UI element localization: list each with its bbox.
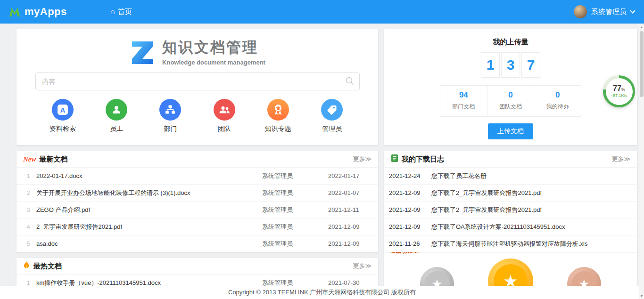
- main-content: 知识文档管理 Knowledge document management A 资…: [0, 24, 644, 299]
- doc-title: 2022-01-17.docx: [36, 172, 262, 179]
- stat-value: 0: [487, 90, 534, 100]
- doc-date: 2021-12-09: [328, 240, 372, 247]
- knowledge-topic-icon: [267, 99, 289, 121]
- home-icon: ⌂: [110, 8, 115, 16]
- row-number: 1: [20, 279, 36, 286]
- search-icon[interactable]: [345, 76, 355, 88]
- table-row[interactable]: 2 关于开展开业办公场地智能化装修工程的请示 (3)(1).docx 系统管理员…: [17, 184, 378, 201]
- upload-count-digits: 1 3 7: [384, 52, 637, 78]
- brand-logo[interactable]: myApps: [8, 6, 93, 18]
- doc-date: 2021-12-11: [328, 206, 372, 213]
- brand-name: myApps: [25, 6, 67, 18]
- myapps-m-icon: [8, 7, 21, 17]
- hot-docs-title: 最热文档: [33, 262, 62, 271]
- shortcut-doc-search[interactable]: A 资料检索: [44, 99, 82, 133]
- log-date: 2021-12-09: [389, 189, 431, 196]
- doc-author: 系统管理员: [262, 240, 328, 248]
- scrollbar-down-arrow[interactable]: ▼: [639, 292, 644, 299]
- username: 系统管理员: [591, 8, 627, 16]
- latest-docs-more-link[interactable]: 更多≫: [353, 155, 372, 163]
- shortcut-label: 资料检索: [44, 125, 82, 133]
- stat-label: 团队文档: [487, 103, 534, 111]
- row-number: 3: [20, 206, 36, 213]
- app-logo-z-icon: [129, 39, 156, 65]
- row-number: 1: [20, 172, 36, 179]
- left-column: 知识文档管理 Knowledge document management A 资…: [17, 29, 378, 295]
- vertical-scrollbar[interactable]: ▲ ▼: [639, 24, 644, 299]
- hero-header: 知识文档管理 Knowledge document management: [17, 29, 378, 66]
- latest-docs-card: New 最新文档 更多≫ 1 2022-01-17.docx 系统管理员 202…: [17, 151, 378, 252]
- hero-titles: 知识文档管理 Knowledge document management: [162, 38, 265, 66]
- download-log-header: 我的下载日志 更多≫: [384, 151, 637, 167]
- department-icon: [159, 99, 181, 121]
- log-text: 您下载了2_元宇宙发展研究报告2021.pdf: [431, 189, 630, 197]
- shortcut-employee[interactable]: 员工: [98, 99, 135, 133]
- table-row[interactable]: 5 asa.doc 系统管理员 2021-12-09: [17, 235, 378, 252]
- doc-date: 2021-07-30: [328, 279, 372, 286]
- progress-ring-inner: 77% ↑87.1K/s: [606, 78, 633, 105]
- shortcut-label: 员工: [98, 125, 135, 133]
- doc-date: 2022-01-17: [328, 172, 372, 179]
- shortcut-label: 团队: [206, 125, 243, 133]
- scrollbar-thumb[interactable]: [640, 31, 644, 97]
- team-icon: [214, 99, 235, 121]
- stat-team-docs[interactable]: 0 团队文档: [487, 86, 534, 116]
- latest-docs-header: New 最新文档 更多≫: [17, 151, 378, 167]
- log-text: 您下载了员工花名册: [431, 172, 630, 180]
- shortcut-row: A 资料检索 员工: [17, 90, 378, 133]
- shortcut-label: 管理员: [313, 125, 351, 133]
- user-menu[interactable]: 系统管理员: [574, 5, 635, 18]
- stat-value: 0: [534, 90, 581, 100]
- list-item[interactable]: 2021-12-24 您下载了员工花名册: [384, 167, 637, 184]
- nav-home[interactable]: ⌂ 首页: [106, 0, 137, 24]
- log-text: 您下载了海天伺服节能注塑机驱动器报警对应故障分析.xls: [431, 240, 630, 248]
- stat-my-todos[interactable]: 0 我的待办: [534, 86, 581, 116]
- doc-title: 2_元宇宙发展研究报告2021.pdf: [36, 223, 262, 231]
- hot-docs-header: 最热文档 更多≫: [17, 258, 378, 274]
- flame-icon: [23, 261, 30, 272]
- list-item[interactable]: 2021-12-09 您下载了OA系统设计方案-20211103145951.d…: [384, 218, 637, 235]
- shortcut-label: 部门: [151, 125, 189, 133]
- digit-box: 1: [481, 52, 500, 78]
- list-item[interactable]: 2021-12-09 您下载了2_元宇宙发展研究报告2021.pdf: [384, 184, 637, 201]
- log-book-icon: [391, 154, 398, 164]
- progress-percent: 77%: [613, 85, 625, 92]
- log-text: 您下载了2_元宇宙发展研究报告2021.pdf: [431, 206, 630, 214]
- log-date: 2021-12-24: [389, 172, 431, 179]
- doc-stats: 94 部门文档 0 团队文档 0 我的待办: [440, 85, 581, 117]
- top-header: myApps ⌂ 首页 系统管理员: [0, 0, 644, 24]
- table-row[interactable]: 1 2022-01-17.docx 系统管理员 2022-01-17: [17, 167, 378, 184]
- right-column: 我的上传量 1 3 7 94 部门文档 0 团队文档 0 我的待办: [384, 29, 637, 299]
- row-number: 5: [20, 240, 36, 247]
- search-bar: [35, 73, 360, 90]
- row-number: 4: [20, 223, 36, 230]
- log-date: 2021-12-09: [389, 223, 431, 230]
- doc-search-icon: A: [52, 99, 74, 121]
- shortcut-knowledge-topic[interactable]: 知识专题: [259, 99, 297, 133]
- doc-title: asa.doc: [36, 240, 262, 247]
- row-number: 2: [20, 189, 36, 196]
- doc-title: 关于开展开业办公场地智能化装修工程的请示 (3)(1).docx: [36, 189, 262, 197]
- list-item[interactable]: 2021-11-26 您下载了海天伺服节能注塑机驱动器报警对应故障分析.xls: [384, 235, 637, 252]
- hot-docs-more-link[interactable]: 更多≫: [353, 262, 372, 270]
- table-row[interactable]: 3 ZEGO 产品介绍.pdf 系统管理员 2021-12-11: [17, 201, 378, 218]
- upload-document-button[interactable]: 上传文档: [488, 123, 533, 139]
- nav-home-label: 首页: [118, 8, 132, 16]
- search-input[interactable]: [35, 73, 360, 90]
- doc-author: 系统管理员: [262, 206, 328, 214]
- list-item[interactable]: 2021-12-09 您下载了2_元宇宙发展研究报告2021.pdf: [384, 201, 637, 218]
- download-log-more-link[interactable]: 更多≫: [611, 155, 630, 163]
- stat-label: 我的待办: [534, 103, 581, 111]
- log-text: 您下载了OA系统设计方案-20211103145951.docx: [431, 223, 630, 231]
- upload-progress-badge: 77% ↑87.1K/s: [603, 75, 635, 107]
- shortcut-department[interactable]: 部门: [151, 99, 189, 133]
- download-log-title: 我的下载日志: [402, 155, 444, 164]
- table-row[interactable]: 4 2_元宇宙发展研究报告2021.pdf 系统管理员 2021-12-09: [17, 218, 378, 235]
- scrollbar-up-arrow[interactable]: ▲: [639, 24, 644, 30]
- doc-author: 系统管理员: [262, 223, 328, 231]
- stat-department-docs[interactable]: 94 部门文档: [440, 86, 487, 116]
- page-subtitle: Knowledge document management: [162, 59, 265, 66]
- shortcut-admin[interactable]: 管理员: [313, 99, 351, 133]
- shortcut-team[interactable]: 团队: [206, 99, 243, 133]
- log-date: 2021-12-09: [389, 206, 431, 213]
